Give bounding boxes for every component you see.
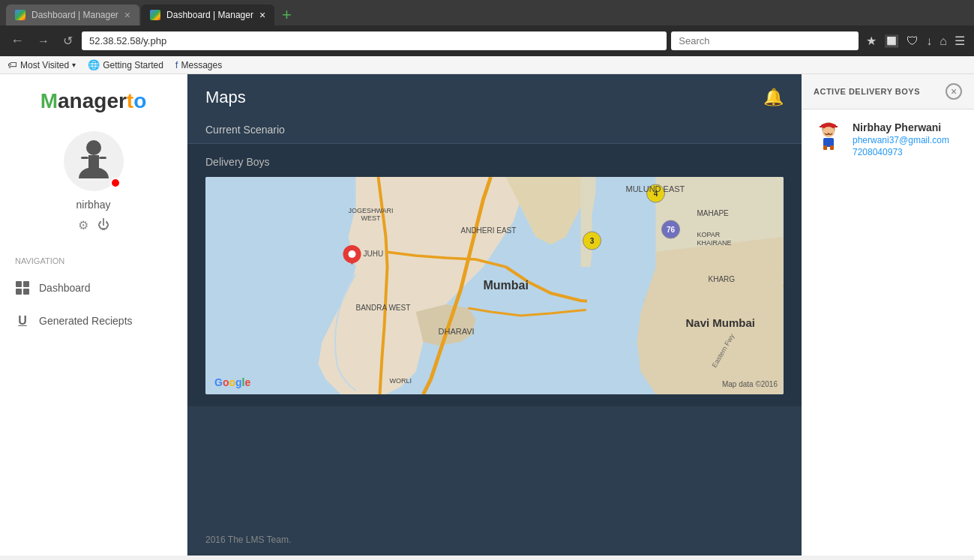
app-container: Managerto nirbhay ⚙ ⏻ Nav bbox=[0, 74, 974, 556]
svg-text:MAHAPE: MAHAPE bbox=[697, 209, 730, 217]
delivery-boys-title: Delivery Boys bbox=[205, 156, 784, 168]
search-input[interactable] bbox=[671, 31, 859, 50]
svg-rect-5 bbox=[23, 281, 29, 287]
svg-text:Mumbai: Mumbai bbox=[484, 279, 529, 292]
bookmark-favicon-3: f bbox=[175, 59, 178, 70]
svg-rect-46 bbox=[830, 145, 834, 150]
nav-item-dashboard-label: Dashboard bbox=[39, 282, 91, 294]
app-logo: Managerto bbox=[40, 89, 147, 113]
section-title-bar: Current Scenario bbox=[187, 116, 802, 144]
receipts-icon: U bbox=[15, 313, 30, 328]
svg-text:KOPAR: KOPAR bbox=[697, 231, 721, 238]
nav-item-receipts-label: Generated Reciepts bbox=[39, 315, 133, 327]
bookmark-favicon-2: 🌐 bbox=[88, 59, 100, 70]
svg-point-0 bbox=[86, 140, 101, 155]
online-status-dot bbox=[110, 178, 121, 188]
home-icon[interactable]: ⌂ bbox=[940, 34, 947, 48]
footer-text: 2016 The LMS Team. bbox=[205, 535, 291, 545]
bookmark-messages[interactable]: f Messages bbox=[175, 59, 222, 70]
bookmark-getting-started[interactable]: 🌐 Getting Started bbox=[88, 59, 163, 70]
username-label: nirbhay bbox=[76, 199, 111, 211]
svg-point-43 bbox=[823, 127, 835, 137]
svg-text:76: 76 bbox=[667, 226, 676, 234]
delivery-boy-phone: 7208040973 bbox=[853, 147, 949, 157]
map-svg: 4 3 76 MULUND EAST JOGESHWARI WEST ANDHE… bbox=[205, 177, 784, 394]
new-tab-button[interactable]: + bbox=[276, 5, 298, 25]
nav-icons: ★ 🔲 🛡 ↓ ⌂ ☰ bbox=[863, 34, 968, 48]
svg-rect-6 bbox=[16, 289, 22, 295]
svg-text:JUHU: JUHU bbox=[364, 250, 384, 258]
map-credit: Map data ©2016 bbox=[722, 380, 778, 388]
svg-text:WORLI: WORLI bbox=[390, 377, 412, 385]
svg-text:KHARG: KHARG bbox=[709, 275, 736, 283]
bookmark-label-3: Messages bbox=[181, 60, 222, 70]
dashboard-icon bbox=[15, 280, 30, 295]
active-delivery-panel: ACTIVE DELIVERY BOYS × bbox=[802, 74, 974, 556]
nav-bar: ← → ↺ ★ 🔲 🛡 ↓ ⌂ ☰ bbox=[0, 25, 974, 56]
bookmark-icon[interactable]: ★ bbox=[866, 34, 877, 48]
close-panel-button[interactable]: × bbox=[946, 83, 962, 100]
tab-bar: Dashboard | Manager × Dashboard | Manage… bbox=[0, 0, 974, 25]
page-header: Maps 🔔 bbox=[187, 74, 802, 116]
svg-rect-45 bbox=[823, 145, 827, 150]
active-delivery-title: ACTIVE DELIVERY BOYS bbox=[814, 87, 920, 96]
nav-item-receipts[interactable]: U Generated Reciepts bbox=[0, 304, 187, 337]
download-icon[interactable]: ↓ bbox=[926, 34, 932, 48]
back-button[interactable]: ← bbox=[6, 30, 28, 52]
bell-icon[interactable]: 🔔 bbox=[763, 88, 784, 107]
forward-button[interactable]: → bbox=[33, 31, 54, 51]
delivery-boys-panel: Delivery Boys bbox=[187, 144, 802, 406]
page-title: Maps bbox=[205, 88, 246, 107]
settings-icon[interactable]: ⚙ bbox=[78, 218, 88, 232]
svg-text:JOGESHWARI: JOGESHWARI bbox=[348, 207, 393, 214]
svg-rect-1 bbox=[88, 155, 99, 170]
delivery-boy-info: Nirbhay Pherwani pherwani37@gmail.com 72… bbox=[853, 121, 949, 157]
svg-text:3: 3 bbox=[590, 237, 595, 245]
nav-item-dashboard[interactable]: Dashboard bbox=[0, 271, 187, 304]
person-icon bbox=[75, 137, 112, 185]
tab-close-active[interactable]: × bbox=[259, 9, 265, 21]
browser-chrome: Dashboard | Manager × Dashboard | Manage… bbox=[0, 0, 974, 74]
reading-mode-icon[interactable]: 🔲 bbox=[884, 34, 899, 48]
reload-button[interactable]: ↺ bbox=[58, 31, 77, 51]
tab-favicon-active bbox=[150, 10, 160, 20]
svg-text:KHAIRANE: KHAIRANE bbox=[697, 239, 732, 247]
tab-inactive[interactable]: Dashboard | Manager × bbox=[6, 4, 139, 25]
svg-marker-13 bbox=[637, 237, 784, 394]
chevron-down-icon: ▾ bbox=[72, 61, 76, 69]
avatar-container bbox=[64, 131, 124, 191]
google-logo: Google bbox=[214, 376, 250, 388]
tab-favicon-inactive bbox=[15, 10, 25, 20]
nav-section-label: Navigation bbox=[0, 250, 187, 271]
svg-rect-4 bbox=[16, 281, 22, 287]
menu-icon[interactable]: ☰ bbox=[955, 34, 965, 48]
address-bar[interactable] bbox=[82, 31, 667, 50]
user-actions: ⚙ ⏻ bbox=[78, 218, 109, 232]
delivery-boy-name: Nirbhay Pherwani bbox=[853, 121, 949, 133]
svg-rect-7 bbox=[23, 289, 29, 295]
tab-close-inactive[interactable]: × bbox=[124, 9, 130, 21]
delivery-boy-email: pherwani37@gmail.com bbox=[853, 135, 949, 145]
svg-text:Navi Mumbai: Navi Mumbai bbox=[686, 316, 756, 329]
shield-icon[interactable]: 🛡 bbox=[907, 34, 919, 48]
bookmark-label-1: Most Visited bbox=[20, 60, 69, 70]
bookmark-favicon-1: 🏷 bbox=[7, 59, 17, 70]
footer: 2016 The LMS Team. bbox=[187, 524, 802, 556]
delivery-boy-avatar bbox=[814, 121, 844, 151]
map-container: 4 3 76 MULUND EAST JOGESHWARI WEST ANDHE… bbox=[205, 177, 784, 394]
svg-text:MULUND EAST: MULUND EAST bbox=[626, 184, 685, 193]
svg-text:WEST: WEST bbox=[361, 214, 382, 222]
bookmarks-bar: 🏷 Most Visited ▾ 🌐 Getting Started f Mes… bbox=[0, 56, 974, 74]
svg-text:ANDHERI EAST: ANDHERI EAST bbox=[461, 226, 517, 235]
svg-text:BANDRA WEST: BANDRA WEST bbox=[356, 304, 411, 312]
svg-rect-2 bbox=[81, 157, 88, 159]
section-title: Current Scenario bbox=[205, 124, 784, 136]
svg-text:DHARAVI: DHARAVI bbox=[439, 327, 475, 336]
tab-label-active: Dashboard | Manager bbox=[166, 10, 253, 20]
bookmark-most-visited[interactable]: 🏷 Most Visited ▾ bbox=[7, 59, 76, 70]
sidebar: Managerto nirbhay ⚙ ⏻ Nav bbox=[0, 74, 187, 556]
main-content: Maps 🔔 Current Scenario Delivery Boys bbox=[187, 74, 802, 556]
active-delivery-header: ACTIVE DELIVERY BOYS × bbox=[802, 74, 974, 109]
tab-active[interactable]: Dashboard | Manager × bbox=[141, 4, 274, 25]
power-icon[interactable]: ⏻ bbox=[97, 218, 109, 232]
